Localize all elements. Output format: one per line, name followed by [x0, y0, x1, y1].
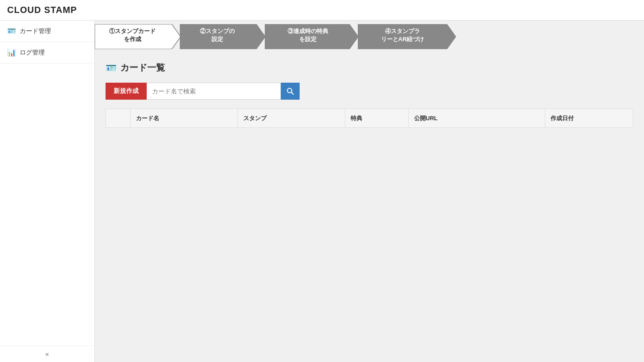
header: CLOUD STAMP [0, 0, 644, 21]
col-header-date: 作成日付 [545, 109, 633, 128]
table-header: カード名 スタンプ 特典 公開URL 作成日付 [106, 109, 633, 128]
wizard-step-3[interactable]: ③達成時の特典 を設定 [265, 24, 359, 49]
wizard-step-2[interactable]: ②スタンプの 設定 [180, 24, 266, 49]
svg-text:を作成: を作成 [124, 36, 142, 42]
col-header-benefit: 特典 [345, 109, 408, 128]
page-title-icon: 🪪 [106, 63, 117, 73]
log-icon: 📊 [7, 48, 16, 57]
svg-text:リーとAR紐づけ: リーとAR紐づけ [381, 36, 424, 42]
page-header: 🪪 カード一覧 [106, 62, 633, 74]
card-icon: 🪪 [7, 27, 16, 35]
search-input[interactable] [147, 83, 281, 100]
svg-text:④スタンプラ: ④スタンプラ [385, 28, 420, 34]
svg-text:を設定: を設定 [299, 36, 317, 42]
svg-text:③達成時の特典: ③達成時の特典 [288, 28, 329, 34]
toolbar: 新規作成 [106, 83, 633, 100]
content-area: ①スタンプカード を作成 ②スタンプの 設定 ③達成時の特典 を設定 ④スタンプ… [95, 21, 644, 362]
col-header-name: カード名 [130, 109, 237, 128]
sidebar-item-card-mgmt[interactable]: 🪪 カード管理 [0, 21, 94, 42]
new-button[interactable]: 新規作成 [106, 83, 147, 100]
sidebar-item-card-label: カード管理 [20, 27, 51, 35]
page-title: カード一覧 [120, 62, 165, 74]
svg-text:②スタンプの: ②スタンプの [200, 28, 235, 34]
search-button[interactable] [281, 83, 300, 100]
app-title: CLOUD STAMP [7, 5, 77, 15]
svg-text:①スタンプカード: ①スタンプカード [109, 28, 156, 34]
page-content: 🪪 カード一覧 新規作成 カード名 [95, 53, 644, 362]
main-layout: 🪪 カード管理 📊 ログ管理 « ①スタンプカード を作成 ②スタンプの 設定 [0, 21, 644, 362]
wizard-step-1[interactable]: ①スタンプカード を作成 [95, 24, 181, 49]
col-header-url: 公開URL [408, 109, 545, 128]
sidebar-item-log-label: ログ管理 [20, 49, 45, 57]
wizard-step-4[interactable]: ④スタンプラ リーとAR紐づけ [358, 24, 456, 49]
data-table: カード名 スタンプ 特典 公開URL 作成日付 [106, 109, 633, 128]
wizard-bar: ①スタンプカード を作成 ②スタンプの 設定 ③達成時の特典 を設定 ④スタンプ… [95, 21, 644, 53]
search-icon [286, 87, 294, 95]
sidebar: 🪪 カード管理 📊 ログ管理 « [0, 21, 95, 362]
svg-line-13 [291, 92, 293, 94]
sidebar-collapse-button[interactable]: « [0, 345, 94, 362]
col-header-checkbox [106, 109, 131, 128]
col-header-stamp: スタンプ [237, 109, 345, 128]
sidebar-item-log-mgmt[interactable]: 📊 ログ管理 [0, 42, 94, 63]
svg-text:設定: 設定 [212, 36, 223, 42]
